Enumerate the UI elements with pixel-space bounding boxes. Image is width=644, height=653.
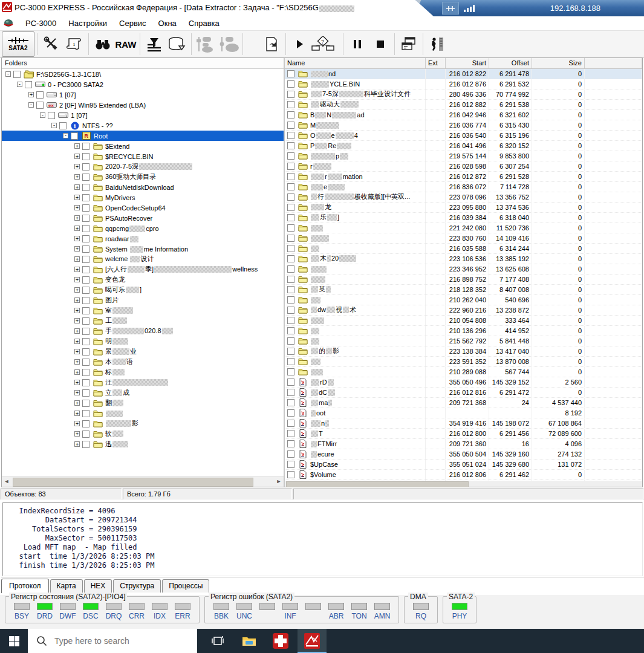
expand-toggle[interactable]: + [74,339,80,344]
row-checkbox[interactable] [287,358,294,365]
row-checkbox[interactable] [287,163,294,170]
table-row[interactable]: p219 575 1449 853 8000 [285,151,642,161]
row-checkbox[interactable] [287,255,294,262]
row-checkbox[interactable] [287,276,294,283]
expand-toggle[interactable]: + [74,328,80,334]
tab-hex[interactable]: HEX [84,579,112,593]
table-row[interactable]: 行极收藏版][中英双...223 078 09613 356 7520 [285,192,642,203]
row-checkbox[interactable] [287,327,294,334]
table-row[interactable]: 221 242 08011 520 7360 [285,223,642,233]
tree-checkbox[interactable] [82,225,89,232]
table-row[interactable]: 210 054 808333 4640 [285,316,642,326]
row-checkbox[interactable] [287,307,294,314]
row-checkbox[interactable] [287,101,294,108]
table-row[interactable]: dC216 012 8166 291 4720 [285,388,642,398]
tree-item[interactable]: +变色龙 [2,275,284,285]
tree-item[interactable]: +qqpcmgcpro [2,223,284,233]
expand-toggle[interactable]: + [74,184,80,190]
start-button[interactable] [288,33,311,56]
table-row[interactable]: 216 898 7527 177 4080 [285,275,642,285]
tree-item[interactable]: +喝可乐] [2,285,284,295]
expand-toggle[interactable]: + [74,411,80,416]
tree-checkbox[interactable] [25,81,32,88]
tab-протокол[interactable]: Протокол [1,579,49,593]
table-row[interactable]: 215 562 7925 841 4480 [285,336,642,346]
scroll-thumb[interactable] [13,478,253,487]
row-checkbox[interactable] [287,214,294,221]
row-checkbox[interactable] [287,286,294,293]
pause-button[interactable] [346,33,369,56]
expand-toggle[interactable]: + [74,246,80,252]
row-checkbox[interactable] [287,70,294,77]
table-row[interactable]: n354 919 416145 198 07267 108 864 [285,418,642,429]
tree-checkbox[interactable] [82,174,89,181]
table-row[interactable]: oot8 192 [285,408,642,418]
expand-toggle[interactable]: + [74,400,80,406]
row-checkbox[interactable] [287,450,294,458]
tab-процессы[interactable]: Процессы [162,579,209,593]
tree-checkbox[interactable] [82,389,89,397]
table-row[interactable]: 210 262 040540 6960 [285,295,642,305]
expand-toggle[interactable]: + [74,174,80,180]
row-checkbox[interactable] [287,389,294,396]
column-header-offset[interactable]: Offset [489,58,532,68]
tree-checkbox[interactable] [82,379,89,386]
table-row[interactable]: 223 346 95213 625 6080 [285,264,642,275]
table-row[interactable]: $UpCase355 051 024145 329 680131 072 [285,460,642,470]
table-row[interactable]: 223 830 76014 109 4160 [285,233,642,244]
tree-item[interactable]: -RRoot [2,131,284,141]
row-checkbox[interactable] [287,122,294,129]
row-checkbox[interactable] [287,430,294,437]
build-image-button[interactable] [166,33,189,56]
search-button[interactable] [91,33,114,56]
row-checkbox[interactable] [287,245,294,252]
filter-button[interactable] [143,33,166,56]
tree-item[interactable]: +工 [2,316,284,326]
table-row[interactable]: $Volume216 012 8066 291 4620 [285,470,642,480]
taskbar-search[interactable] [28,629,197,653]
table-row[interactable]: nd216 012 8226 291 4780 [285,69,642,79]
tree-checkbox[interactable] [36,102,44,109]
table-row[interactable]: PRe216 041 4966 320 1520 [285,141,642,151]
tree-checkbox[interactable] [36,91,44,99]
tree-checkbox[interactable] [82,441,89,448]
tree-checkbox[interactable] [82,410,89,417]
tree-checkbox[interactable] [82,348,89,356]
tree-item[interactable]: +[六人行季]wellness [2,264,284,275]
row-checkbox[interactable] [287,132,294,139]
row-checkbox[interactable] [287,378,294,386]
expand-toggle[interactable]: + [74,287,80,293]
expand-toggle[interactable]: + [74,226,80,231]
tree-item[interactable]: +MyDrivers [2,192,284,203]
tree-checkbox[interactable] [82,369,89,376]
tree-item[interactable]: +明 [2,336,284,346]
data-extractor-active-button[interactable] [298,629,327,653]
menu-item--[interactable]: Справка [183,17,226,30]
raw-recovery-button[interactable]: RAW [114,33,137,56]
tree-item[interactable]: -iNTFS - ?? [2,120,284,131]
list-horizontal-scrollbar[interactable] [285,481,642,487]
tree-item[interactable]: +roadwar [2,233,284,244]
scheme-button[interactable]: ? [311,33,334,56]
row-checkbox[interactable] [287,399,294,406]
row-checkbox[interactable] [287,224,294,232]
task-view-button[interactable] [203,629,232,653]
expand-toggle[interactable]: + [74,431,80,437]
expand-toggle[interactable]: + [74,359,80,365]
exit-button[interactable] [426,33,449,56]
table-row[interactable]: ma209 721 368244 537 440 [285,398,642,408]
tree-checkbox[interactable] [82,266,89,273]
expand-toggle[interactable]: - [51,123,57,128]
scroll-left-arrow[interactable]: ◄ [2,477,11,486]
tree-checkbox[interactable] [82,430,89,438]
expand-toggle[interactable]: + [74,349,80,354]
table-row[interactable]: dw视术222 960 21613 238 8720 [285,305,642,316]
expand-toggle[interactable]: + [74,380,80,385]
tree-item[interactable]: -1 [07] [2,110,284,120]
tree-checkbox[interactable] [82,143,89,150]
tree-checkbox[interactable] [82,204,89,212]
menu-item--[interactable]: Сервис [113,17,152,30]
tree-checkbox[interactable] [13,71,21,78]
tree-item[interactable]: +$Extend [2,141,284,151]
pc3000-express-button[interactable] [266,629,295,653]
